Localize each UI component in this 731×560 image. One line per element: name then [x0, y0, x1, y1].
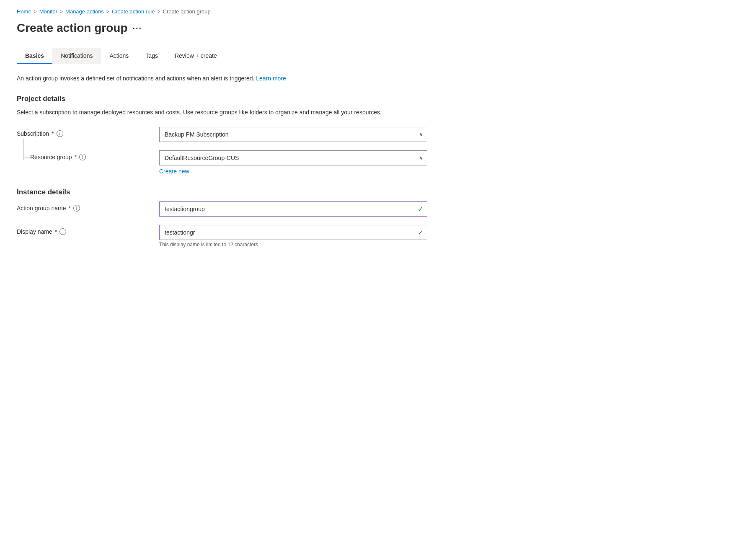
breadcrumb-sep-1: >	[34, 9, 37, 15]
display-name-control: ✓ This display name is limited to 12 cha…	[159, 225, 427, 248]
resource-group-label: Resource group	[30, 154, 72, 160]
page-title: Create action group	[17, 21, 127, 35]
display-name-label-col: Display name * i	[17, 225, 159, 235]
resource-group-row: Resource group * i DefaultResourceGroup-…	[17, 150, 714, 175]
subscription-label: Subscription	[17, 130, 49, 137]
display-name-input-wrapper: ✓	[159, 225, 427, 240]
tab-bar: Basics Notifications Actions Tags Review…	[17, 48, 714, 64]
display-name-required: *	[55, 228, 57, 235]
resource-group-label-col: Resource group * i	[17, 150, 159, 160]
tab-basics[interactable]: Basics	[17, 48, 52, 64]
subscription-select-wrapper: Backup PM Subscription ∨	[159, 127, 427, 142]
project-details-description: Select a subscription to manage deployed…	[17, 108, 714, 117]
subscription-control: Backup PM Subscription ∨	[159, 127, 427, 142]
tab-actions[interactable]: Actions	[101, 48, 137, 64]
resource-group-control: DefaultResourceGroup-CUS ∨ Create new	[159, 150, 427, 175]
breadcrumb-current: Create action group	[163, 8, 211, 15]
instance-details-heading: Instance details	[17, 188, 714, 196]
project-details-heading: Project details	[17, 95, 714, 103]
subscription-info-icon[interactable]: i	[57, 130, 63, 137]
learn-more-link[interactable]: Learn more	[256, 75, 286, 82]
resource-group-required: *	[75, 154, 77, 160]
action-group-name-required: *	[69, 205, 71, 212]
action-group-name-input-wrapper: ✓	[159, 201, 427, 217]
create-new-link[interactable]: Create new	[159, 168, 189, 175]
action-group-name-label-col: Action group name * i	[17, 201, 159, 212]
more-options-icon[interactable]: ···	[132, 23, 142, 33]
breadcrumb-sep-3: >	[106, 9, 109, 15]
subscription-required: *	[52, 130, 54, 137]
action-group-name-row: Action group name * i ✓	[17, 201, 714, 217]
page-header: Create action group ···	[17, 21, 714, 35]
display-name-label: Display name	[17, 228, 52, 235]
action-group-name-control: ✓	[159, 201, 427, 217]
resource-group-select-wrapper: DefaultResourceGroup-CUS ∨	[159, 150, 427, 165]
display-name-hint: This display name is limited to 12 chara…	[159, 242, 427, 248]
resource-group-select[interactable]: DefaultResourceGroup-CUS	[159, 150, 427, 165]
page-description: An action group invokes a defined set of…	[17, 74, 714, 83]
action-group-name-input[interactable]	[159, 201, 427, 217]
subscription-select[interactable]: Backup PM Subscription	[159, 127, 427, 142]
resource-group-info-icon[interactable]: i	[79, 154, 86, 160]
tab-review-create[interactable]: Review + create	[166, 48, 225, 64]
project-details-section: Project details Select a subscription to…	[17, 95, 714, 175]
display-name-input[interactable]	[159, 225, 427, 240]
display-name-row: Display name * i ✓ This display name is …	[17, 225, 714, 248]
subscription-row: Subscription * i Backup PM Subscription …	[17, 127, 714, 142]
breadcrumb-sep-4: >	[158, 9, 160, 15]
instance-details-section: Instance details Action group name * i ✓…	[17, 188, 714, 248]
tab-tags[interactable]: Tags	[137, 48, 166, 64]
breadcrumb-create-action-rule[interactable]: Create action rule	[112, 8, 155, 15]
display-name-info-icon[interactable]: i	[59, 228, 66, 235]
breadcrumb-home[interactable]: Home	[17, 8, 31, 15]
subscription-label-col: Subscription * i	[17, 127, 159, 137]
breadcrumb: Home > Monitor > Manage actions > Create…	[17, 8, 714, 15]
breadcrumb-monitor[interactable]: Monitor	[39, 8, 57, 15]
breadcrumb-manage-actions[interactable]: Manage actions	[65, 8, 104, 15]
tab-notifications[interactable]: Notifications	[52, 48, 101, 64]
breadcrumb-sep-2: >	[60, 9, 63, 15]
action-group-name-label: Action group name	[17, 205, 66, 212]
action-group-name-info-icon[interactable]: i	[73, 205, 80, 212]
display-name-check-icon: ✓	[418, 229, 423, 237]
action-group-name-check-icon: ✓	[418, 205, 423, 213]
